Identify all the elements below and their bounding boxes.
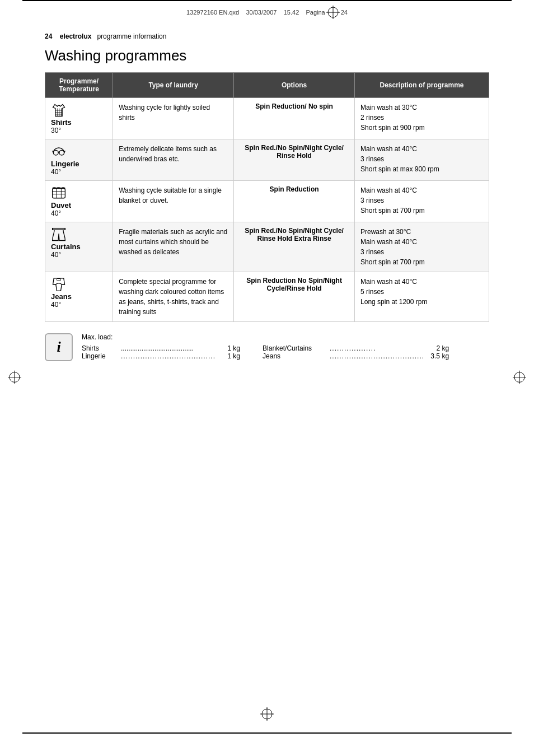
page-header: 24 electrolux programme information xyxy=(45,32,489,40)
table-row: Shirts 30° Washing cycle for lightly soi… xyxy=(45,98,489,139)
desc-lingerie: Main wash at 40°C 3 rinses Short spin at… xyxy=(355,139,489,181)
svg-rect-21 xyxy=(53,188,65,198)
table-header-row: Programme/ Temperature Type of laundry O… xyxy=(45,73,489,98)
load-row-shirts: Shirts .................................… xyxy=(82,344,240,352)
load-left-col: Shirts .................................… xyxy=(82,344,240,360)
info-section: i Max. load: Shirts ....................… xyxy=(45,333,489,361)
meta-date: 30/03/2007 xyxy=(246,9,277,16)
options-curtains: Spin Red./No Spin/Night Cycle/ Rinse Hol… xyxy=(234,222,355,272)
desc-jeans: Main wash at 40°C 5 rinses Long spin at … xyxy=(355,272,489,322)
type-shirts: Washing cycle for lightly soiled shirts xyxy=(113,98,234,139)
desc-duvet: Main wash at 40°C 3 rinses Short spin at… xyxy=(355,181,489,222)
load-row-lingerie: Lingerie ...............................… xyxy=(82,352,240,360)
curtains-icon xyxy=(51,227,67,242)
lingerie-icon xyxy=(51,144,67,160)
col-type: Type of laundry xyxy=(113,73,234,98)
bottom-reg-mark xyxy=(260,707,274,722)
prog-cell-curtains: Curtains 40° xyxy=(45,222,113,272)
meta-page-label: Pagina xyxy=(306,9,325,16)
section-title: Washing programmes xyxy=(45,47,489,64)
shirts-load-dots: ....................................... xyxy=(121,344,216,352)
prog-cell-lingerie: Lingerie 40° xyxy=(45,139,113,181)
options-duvet: Spin Reduction xyxy=(234,181,355,222)
table-row: Duvet 40° Washing cycle suitable for a s… xyxy=(45,181,489,222)
prog-name-curtains: Curtains xyxy=(51,242,81,251)
programmes-table: Programme/ Temperature Type of laundry O… xyxy=(45,72,489,322)
type-jeans: Complete special programme for washing d… xyxy=(113,272,234,322)
load-columns: Shirts .................................… xyxy=(82,344,489,360)
meta-time: 15.42 xyxy=(284,9,299,16)
jeans-icon xyxy=(51,277,67,292)
page-number: 24 xyxy=(45,32,52,40)
meta-page-num: 24 xyxy=(341,9,348,16)
col-description: Description of programme xyxy=(355,73,489,98)
blanket-load-label: Blanket/Curtains xyxy=(263,344,330,352)
type-duvet: Washing cycle suitable for a single blan… xyxy=(113,181,234,222)
top-meta-bar: 132972160 EN.qxd 30/03/2007 15.42 Pagina… xyxy=(0,1,534,21)
page-wrapper: 132972160 EN.qxd 30/03/2007 15.42 Pagina… xyxy=(0,0,534,756)
prog-temp-lingerie: 40° xyxy=(51,168,61,176)
info-icon: i xyxy=(57,339,60,356)
options-shirts: Spin Reduction/ No spin xyxy=(234,98,355,139)
svg-rect-26 xyxy=(53,228,65,230)
file-ref: 132972160 EN.qxd xyxy=(186,9,239,16)
col-options: Options xyxy=(234,73,355,98)
shirts-load-value: 1 kg xyxy=(218,344,240,352)
shirts-load-label: Shirts xyxy=(82,344,121,352)
prog-temp-jeans: 40° xyxy=(51,301,61,309)
prog-name-shirts: Shirts xyxy=(51,118,72,127)
svg-point-20 xyxy=(59,150,64,155)
prog-cell-duvet: Duvet 40° xyxy=(45,181,113,222)
svg-rect-30 xyxy=(57,279,61,281)
load-row-blanket: Blanket/Curtains ................... 2 k… xyxy=(263,344,449,352)
bottom-border xyxy=(22,732,512,734)
options-jeans: Spin Reduction No Spin/Night Cycle/Rinse… xyxy=(234,272,355,322)
max-load-label: Max. load: xyxy=(82,333,489,341)
table-row: Curtains 40° Fragile materials such as a… xyxy=(45,222,489,272)
main-content: 24 electrolux programme information Wash… xyxy=(0,21,534,395)
svg-point-9 xyxy=(262,709,272,719)
prog-temp-curtains: 40° xyxy=(51,251,61,259)
prog-cell-shirts: Shirts 30° xyxy=(45,98,113,139)
prog-temp-shirts: 30° xyxy=(51,127,61,134)
jeans-load-dots: ....................................... xyxy=(330,352,424,360)
info-icon-box: i xyxy=(45,333,73,361)
prog-temp-duvet: 40° xyxy=(51,209,61,217)
duvet-icon xyxy=(51,185,67,201)
col-programme: Programme/ Temperature xyxy=(45,73,113,98)
prog-cell-jeans: Jeans 40° xyxy=(45,272,113,322)
reg-mark-top xyxy=(326,6,340,19)
lingerie-load-dots: ....................................... xyxy=(121,352,216,360)
table-row: Lingerie 40° Extremely delicate items su… xyxy=(45,139,489,181)
type-lingerie: Extremely delicate items such as underwi… xyxy=(113,139,234,181)
load-right-col: Blanket/Curtains ................... 2 k… xyxy=(263,344,449,360)
jeans-load-label: Jeans xyxy=(263,352,330,360)
blanket-load-value: 2 kg xyxy=(427,344,449,352)
svg-point-19 xyxy=(53,150,58,155)
lingerie-load-label: Lingerie xyxy=(82,352,121,360)
desc-curtains: Prewash at 30°C Main wash at 40°C 3 rins… xyxy=(355,222,489,272)
load-info-container: Max. load: Shirts ......................… xyxy=(82,333,489,360)
options-lingerie: Spin Red./No Spin/Night Cycle/ Rinse Hol… xyxy=(234,139,355,181)
table-row: Jeans 40° Complete special programme for… xyxy=(45,272,489,322)
load-row-jeans: Jeans ..................................… xyxy=(263,352,449,360)
blanket-load-dots: ................... xyxy=(330,344,424,352)
type-curtains: Fragile materials such as acrylic and mo… xyxy=(113,222,234,272)
prog-name-jeans: Jeans xyxy=(51,292,72,301)
prog-name-duvet: Duvet xyxy=(51,201,71,209)
prog-name-lingerie: Lingerie xyxy=(51,160,79,168)
desc-shirts: Main wash at 30°C 2 rinses Short spin at… xyxy=(355,98,489,139)
lingerie-load-value: 1 kg xyxy=(218,352,240,360)
brand-name: electrolux xyxy=(60,32,92,40)
shirts-icon xyxy=(51,102,67,118)
section-name: programme information xyxy=(97,32,166,40)
jeans-load-value: 3.5 kg xyxy=(427,352,449,360)
